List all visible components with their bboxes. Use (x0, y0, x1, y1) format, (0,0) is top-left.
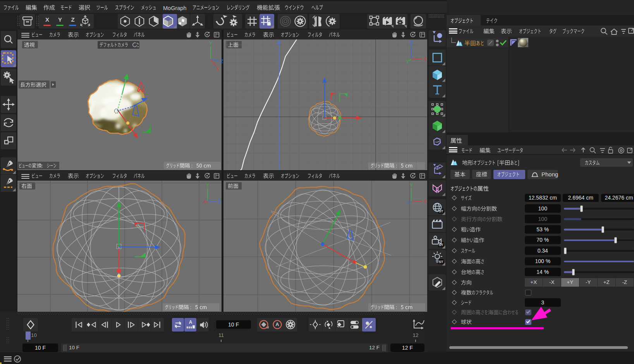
svg-text:Y: Y (406, 59, 409, 65)
svg-text:Y: Y (410, 183, 413, 188)
svg-text:X: X (216, 66, 219, 72)
svg-text:Z: Z (410, 40, 412, 46)
svg-text:X: X (203, 199, 206, 205)
svg-text:Z: Z (407, 200, 409, 205)
svg-text:Y: Y (206, 183, 209, 188)
svg-text:Z: Z (218, 199, 221, 204)
svg-text:X: X (424, 56, 427, 62)
svg-text:Z: Z (220, 59, 223, 64)
svg-text:X: X (424, 199, 427, 204)
svg-text:Y: Y (209, 41, 212, 46)
